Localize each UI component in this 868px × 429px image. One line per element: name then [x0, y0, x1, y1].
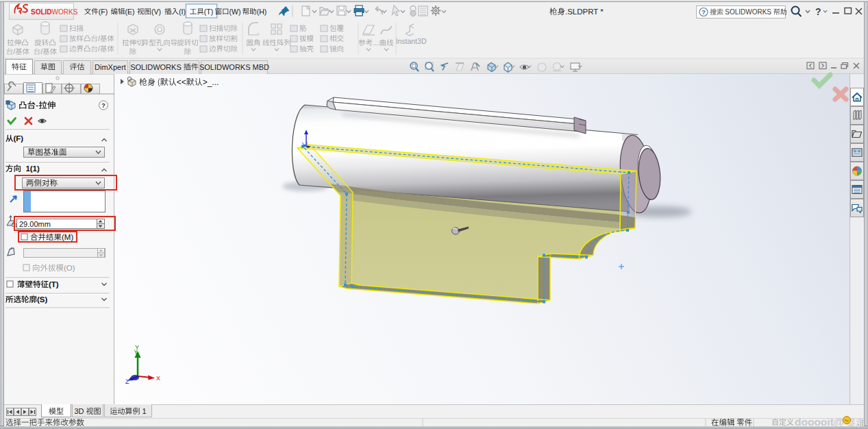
svg-text:1(1): 1(1)	[21, 164, 40, 173]
svg-text:Z: Z	[125, 378, 129, 385]
svg-text:(O): (O)	[64, 264, 75, 272]
svg-text:>_...: >_...	[203, 77, 219, 87]
svg-text:Y: Y	[135, 344, 139, 351]
svg-text:SOLID: SOLID	[31, 8, 52, 16]
svg-text:/: /	[40, 47, 42, 56]
svg-text:WORKS: WORKS	[52, 8, 78, 16]
svg-text:(H): (H)	[257, 8, 267, 16]
svg-text:(E): (E)	[125, 8, 135, 16]
svg-text:Instant3D: Instant3D	[396, 37, 427, 45]
svg-text:/: /	[98, 45, 100, 53]
svg-text:?: ?	[702, 9, 706, 16]
svg-text:1: 1	[140, 407, 146, 415]
svg-text:X: X	[156, 375, 160, 382]
svg-text:<<: <<	[177, 77, 186, 87]
svg-text:/: /	[13, 47, 15, 56]
svg-text:(T): (T)	[49, 280, 59, 289]
svg-text:29.00mm: 29.00mm	[19, 220, 51, 228]
svg-text:(I): (I)	[179, 8, 186, 16]
svg-text:3D: 3D	[74, 407, 86, 415]
svg-text:SOLIDWORKS MBD: SOLIDWORKS MBD	[199, 63, 269, 71]
svg-text:.SLDPRT *: .SLDPRT *	[565, 8, 604, 16]
svg-text:/: /	[98, 34, 100, 42]
svg-text:(M): (M)	[62, 233, 73, 241]
svg-text:(V): (V)	[151, 8, 161, 16]
svg-text:(T): (T)	[204, 8, 213, 16]
svg-text:SOLIDWORKS: SOLIDWORKS	[130, 63, 184, 71]
svg-text:dooooit@: dooooit@	[795, 416, 844, 428]
svg-text:(S): (S)	[37, 295, 48, 304]
svg-text:SOLIDWORKS: SOLIDWORKS	[725, 8, 773, 16]
svg-text:(F): (F)	[99, 8, 108, 16]
svg-text:?: ?	[815, 6, 821, 17]
svg-text:DimXpert: DimXpert	[95, 63, 126, 71]
svg-text:(W): (W)	[230, 8, 241, 16]
svg-text:(F): (F)	[14, 134, 24, 143]
svg-text:?: ?	[101, 101, 106, 109]
svg-text:...: ...	[373, 38, 379, 47]
